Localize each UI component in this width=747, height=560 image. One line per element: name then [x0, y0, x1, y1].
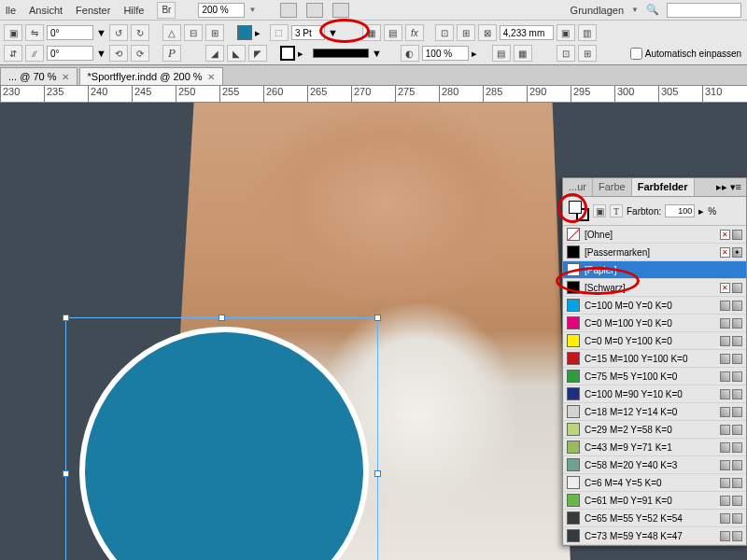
non-editable-icon: ✕ [720, 247, 730, 258]
stroke-weight-dropdown-icon[interactable]: ▼ [328, 27, 338, 38]
shear-input[interactable] [47, 46, 93, 61]
selection-handle[interactable] [374, 470, 381, 477]
selection-indicator-icon: ▣ [4, 24, 22, 41]
text-formatting-icon[interactable]: T [610, 204, 623, 217]
fill-swatch[interactable] [237, 25, 252, 40]
dropdown-icon[interactable]: ▼ [96, 48, 106, 59]
panel-menu-icon[interactable]: ▸▸ ▾≡ [712, 178, 746, 196]
rotation-input[interactable] [47, 25, 93, 40]
rotate-obj2-icon[interactable]: ⟳ [131, 45, 149, 62]
distribute-icon[interactable]: ⊞ [205, 24, 224, 41]
workspace-dropdown-icon[interactable]: ▼ [631, 6, 639, 14]
crop-icon[interactable]: ⊠ [478, 24, 497, 41]
swatch-row[interactable]: C=65 M=55 Y=52 K=54 [563, 510, 746, 527]
text-wrap2-icon[interactable]: ▦ [514, 45, 532, 62]
stroke-weight-input[interactable]: 3 Pt [291, 25, 325, 40]
arrange-icon[interactable] [332, 3, 349, 18]
swatch-row[interactable]: C=15 M=100 Y=100 K=0 [563, 350, 746, 368]
ruler-tick: 290 [527, 86, 546, 103]
frame-fit2-icon[interactable]: ⊞ [578, 45, 597, 62]
fit-frame-icon[interactable]: ⊡ [435, 24, 454, 41]
flip-h-icon[interactable]: ⇋ [25, 24, 44, 41]
rotate-cw-icon[interactable]: ↻ [131, 24, 149, 41]
menu-item[interactable]: lle [6, 5, 16, 16]
dropdown-icon[interactable]: ▼ [96, 27, 106, 38]
rotate-obj-icon[interactable]: ⟲ [109, 45, 128, 62]
effects-icon[interactable]: ▦ [362, 24, 381, 41]
stroke-style-preview[interactable] [313, 49, 369, 58]
stroke-dropdown-icon[interactable]: ▸ [298, 48, 303, 60]
color-mode-icon [732, 425, 742, 435]
opacity-dropdown-icon[interactable]: ▸ [472, 48, 477, 60]
ruler-tick: 310 [702, 86, 722, 103]
selection-handle[interactable] [63, 315, 69, 321]
ellipse-object[interactable] [79, 327, 369, 560]
bridge-icon[interactable]: Br [157, 2, 176, 19]
screen-mode-icon[interactable] [306, 3, 323, 18]
tab-swatches[interactable]: Farbfelder [632, 178, 695, 196]
stroke-style-dropdown-icon[interactable]: ▼ [372, 48, 382, 59]
zoom-input[interactable] [198, 3, 245, 18]
tint-input[interactable] [665, 204, 695, 217]
pathfinder-icon[interactable]: △ [162, 24, 181, 41]
workspace-label[interactable]: Grundlagen [571, 5, 625, 16]
wrap-icon[interactable]: ▤ [384, 24, 402, 41]
close-icon[interactable]: ✕ [62, 72, 69, 82]
text-wrap1-icon[interactable]: ▤ [492, 45, 511, 62]
tab-color[interactable]: Farbe [593, 178, 632, 196]
swatch-row[interactable]: C=43 M=9 Y=71 K=1 [563, 439, 746, 456]
swatch-row[interactable]: [Papier] [563, 261, 746, 279]
fill-proxy-icon[interactable] [569, 201, 582, 214]
width-input[interactable] [500, 25, 554, 40]
close-icon[interactable]: ✕ [207, 72, 215, 82]
tint-slider-icon[interactable]: ▸ [698, 205, 704, 217]
swatch-row[interactable]: [Passermarken]✕✦ [563, 244, 746, 261]
swatch-row[interactable]: [Schwarz]✕ [563, 279, 746, 297]
align-icon[interactable]: ⊟ [184, 24, 203, 41]
opacity-input[interactable] [422, 46, 469, 61]
menu-item[interactable]: Fenster [76, 5, 110, 16]
swatch-row[interactable]: C=58 M=20 Y=40 K=3 [563, 456, 746, 474]
fill-stroke-proxy[interactable] [569, 201, 589, 221]
zoom-dropdown-icon[interactable]: ▼ [248, 6, 256, 14]
swatch-row[interactable]: C=0 M=0 Y=100 K=0 [563, 332, 746, 350]
swatch-row[interactable]: C=6 M=4 Y=5 K=0 [563, 474, 746, 492]
swatch-row[interactable]: C=0 M=100 Y=0 K=0 [563, 315, 746, 332]
rotate-ccw-icon[interactable]: ↺ [109, 24, 128, 41]
flip-v-icon[interactable]: ⇵ [4, 45, 22, 62]
corner-icon[interactable]: ◢ [205, 45, 224, 62]
autofit-checkbox[interactable] [630, 48, 642, 60]
swatch-row[interactable]: C=100 M=0 Y=0 K=0 [563, 297, 746, 315]
menu-item[interactable]: Ansicht [29, 5, 63, 16]
corner3-icon[interactable]: ◤ [248, 45, 267, 62]
type-on-path-icon[interactable]: P [162, 45, 181, 62]
swatch-color-icon [567, 370, 580, 383]
frame2-icon[interactable]: ▥ [578, 24, 597, 41]
search-input[interactable] [667, 3, 741, 18]
swatch-row[interactable]: C=100 M=90 Y=10 K=0 [563, 385, 746, 403]
swatch-row[interactable]: C=29 M=2 Y=58 K=0 [563, 421, 746, 439]
swatch-label: C=43 M=9 Y=71 K=1 [585, 442, 715, 453]
container-formatting-icon[interactable]: ▣ [593, 204, 606, 217]
swatch-row[interactable]: [Ohne]✕ [563, 226, 746, 244]
shear-icon[interactable]: ⫽ [25, 45, 44, 62]
selection-handle[interactable] [374, 315, 381, 321]
tab-stroke[interactable]: ...ur [563, 178, 593, 196]
document-tab[interactable]: *Sportflyer.indd @ 200 % ✕ [79, 67, 223, 85]
swatch-row[interactable]: C=75 M=5 Y=100 K=0 [563, 368, 746, 385]
fit-content-icon[interactable]: ⊞ [457, 24, 475, 41]
menu-item[interactable]: Hilfe [123, 5, 144, 16]
view-options-icon[interactable] [280, 3, 297, 18]
swatch-row[interactable]: C=73 M=59 Y=48 K=47 [563, 527, 746, 545]
frame-icon[interactable]: ▣ [557, 24, 575, 41]
stroke-swatch[interactable] [280, 46, 295, 61]
document-tab[interactable]: ... @ 70 % ✕ [0, 67, 78, 85]
fx-icon[interactable]: fx [405, 24, 424, 41]
fill-dropdown-icon[interactable]: ▸ [255, 27, 261, 39]
frame-fit1-icon[interactable]: ⊡ [557, 45, 575, 62]
selection-handle[interactable] [63, 470, 69, 477]
corner2-icon[interactable]: ◣ [227, 45, 246, 62]
swatch-row[interactable]: C=61 M=0 Y=91 K=0 [563, 492, 746, 510]
selection-handle[interactable] [218, 315, 225, 321]
swatch-row[interactable]: C=18 M=12 Y=14 K=0 [563, 403, 746, 421]
